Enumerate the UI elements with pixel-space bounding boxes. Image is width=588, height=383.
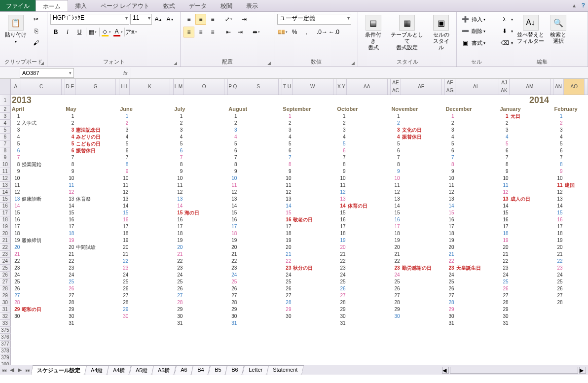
- day-event[interactable]: [75, 230, 116, 237]
- day-number[interactable]: 16: [444, 216, 455, 223]
- day-number[interactable]: 19: [553, 237, 563, 244]
- row-header[interactable]: 13: [0, 182, 10, 189]
- day-event[interactable]: [21, 209, 62, 216]
- day-event[interactable]: [129, 113, 170, 120]
- day-number[interactable]: 27: [336, 292, 346, 299]
- format-as-table-button[interactable]: ▦テーブルとして 書式設定: [387, 14, 427, 52]
- day-event[interactable]: [401, 113, 442, 120]
- day-number[interactable]: 21: [119, 251, 129, 258]
- day-number[interactable]: 11: [10, 182, 21, 189]
- row-header[interactable]: 18: [0, 216, 10, 223]
- day-number[interactable]: 29: [65, 306, 75, 313]
- row-header[interactable]: 2: [0, 106, 10, 113]
- day-number[interactable]: 1: [119, 113, 129, 120]
- day-event[interactable]: [510, 120, 551, 127]
- day-number[interactable]: 14: [553, 203, 563, 209]
- day-event[interactable]: [455, 292, 496, 299]
- day-number[interactable]: 5: [553, 140, 563, 147]
- conditional-format-button[interactable]: ▤条件付き 書式: [361, 14, 385, 52]
- day-event[interactable]: [75, 320, 116, 327]
- day-event[interactable]: [238, 140, 279, 147]
- day-number[interactable]: 7: [119, 154, 129, 161]
- day-number[interactable]: 11: [499, 182, 509, 189]
- row-header[interactable]: 33: [0, 320, 10, 327]
- day-number[interactable]: 30: [336, 313, 346, 320]
- day-event[interactable]: [129, 292, 170, 299]
- increase-indent-button[interactable]: ⇥: [235, 27, 246, 37]
- day-number[interactable]: 17: [65, 223, 75, 230]
- day-event[interactable]: [292, 279, 333, 285]
- align-right-button[interactable]: ≡: [207, 27, 218, 37]
- day-number[interactable]: 18: [444, 230, 455, 237]
- day-number[interactable]: 24: [119, 272, 129, 279]
- grow-font-button[interactable]: A▲: [153, 14, 164, 25]
- day-event[interactable]: [238, 189, 279, 196]
- day-event[interactable]: 元日: [510, 113, 551, 120]
- day-event[interactable]: [510, 147, 551, 154]
- col-header[interactable]: C: [21, 79, 62, 95]
- day-number[interactable]: 14: [65, 203, 75, 209]
- day-event[interactable]: [238, 285, 279, 292]
- day-event[interactable]: [75, 209, 116, 216]
- clear-button[interactable]: ⌫: [499, 37, 510, 48]
- day-number[interactable]: 16: [336, 216, 346, 223]
- day-event[interactable]: [455, 244, 496, 251]
- day-number[interactable]: 24: [10, 272, 21, 279]
- day-event[interactable]: [564, 120, 585, 127]
- day-number[interactable]: 30: [65, 313, 75, 320]
- day-event[interactable]: [401, 182, 442, 189]
- day-event[interactable]: [292, 244, 333, 251]
- day-event[interactable]: [401, 230, 442, 237]
- col-header[interactable]: L M: [173, 79, 184, 95]
- day-event[interactable]: [455, 223, 496, 230]
- day-number[interactable]: 13: [227, 196, 238, 203]
- day-number[interactable]: 3: [499, 127, 509, 134]
- day-event[interactable]: [129, 196, 170, 203]
- day-number[interactable]: 27: [173, 292, 184, 299]
- day-event[interactable]: [75, 237, 116, 244]
- day-event[interactable]: [75, 272, 116, 279]
- day-number[interactable]: 20: [119, 244, 129, 251]
- day-event[interactable]: [238, 147, 279, 154]
- day-event[interactable]: [184, 258, 224, 265]
- day-number[interactable]: 15: [282, 209, 292, 216]
- day-event[interactable]: [75, 313, 116, 320]
- day-number[interactable]: 1: [444, 113, 455, 120]
- day-number[interactable]: 20: [227, 244, 238, 251]
- font-name-combo[interactable]: HGPｺﾞｼｯｸE: [50, 14, 129, 25]
- day-event[interactable]: [510, 154, 551, 161]
- day-number[interactable]: 3: [553, 127, 563, 134]
- day-number[interactable]: 20: [499, 244, 509, 251]
- day-event[interactable]: [292, 140, 333, 147]
- day-event[interactable]: [564, 140, 585, 147]
- day-number[interactable]: 12: [119, 189, 129, 196]
- day-number[interactable]: 22: [119, 258, 129, 265]
- day-event[interactable]: こどもの日: [75, 140, 116, 147]
- day-number[interactable]: 15: [227, 209, 238, 216]
- day-number[interactable]: 16: [499, 216, 509, 223]
- day-event[interactable]: [292, 306, 333, 313]
- minimize-ribbon-icon[interactable]: ▴: [570, 0, 579, 11]
- day-number[interactable]: 7: [553, 154, 563, 161]
- day-number[interactable]: 2: [65, 120, 75, 127]
- day-number[interactable]: 15: [336, 209, 346, 216]
- day-event[interactable]: [129, 147, 170, 154]
- day-event[interactable]: [292, 154, 333, 161]
- day-event[interactable]: [184, 140, 224, 147]
- day-event[interactable]: [347, 175, 388, 182]
- day-number[interactable]: 31: [444, 320, 455, 327]
- day-event[interactable]: 健康診断: [21, 196, 62, 203]
- day-event[interactable]: [292, 251, 333, 258]
- day-event[interactable]: [347, 161, 388, 168]
- tab-layout[interactable]: ページ レイアウト: [94, 0, 156, 11]
- day-event[interactable]: [455, 299, 496, 306]
- sheet-nav-next[interactable]: ▶: [16, 367, 24, 373]
- paste-button[interactable]: 📋 貼り付け▾: [3, 14, 29, 45]
- day-event[interactable]: [21, 244, 62, 251]
- day-number[interactable]: 14: [119, 203, 129, 209]
- day-number[interactable]: 12: [227, 189, 238, 196]
- help-icon[interactable]: ?: [579, 0, 588, 11]
- day-event[interactable]: [292, 272, 333, 279]
- day-event[interactable]: [129, 120, 170, 127]
- day-event[interactable]: [455, 306, 496, 313]
